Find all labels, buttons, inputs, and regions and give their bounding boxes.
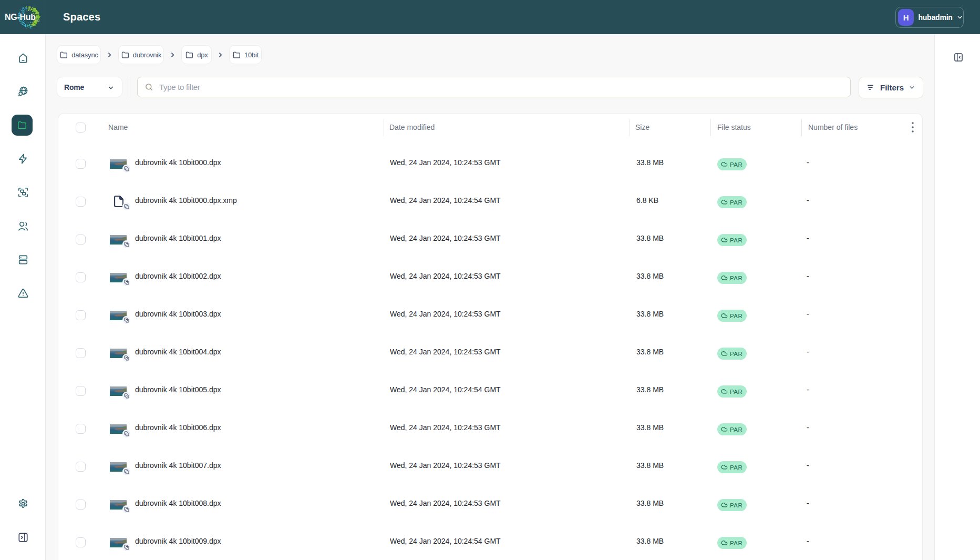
svg-text:NG-Hub: NG-Hub <box>5 13 36 22</box>
svg-text:TM: TM <box>36 20 40 23</box>
